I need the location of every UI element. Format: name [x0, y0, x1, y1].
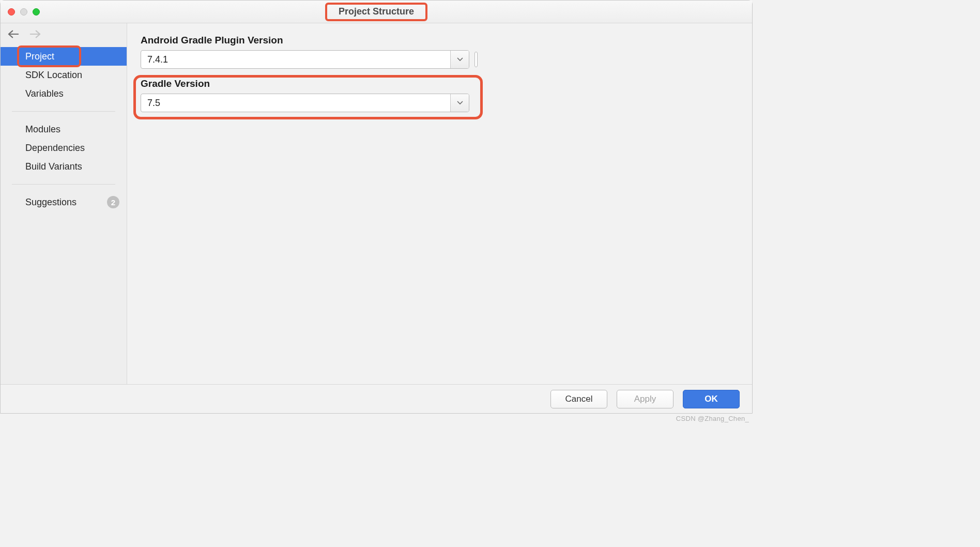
gradle-version-input[interactable]	[141, 94, 450, 112]
dialog-body: Project SDK Location Variables Modules D…	[1, 23, 752, 384]
suggestions-count-badge: 2	[107, 196, 119, 208]
apply-button: Apply	[617, 390, 673, 408]
sidebar-item-modules[interactable]: Modules	[1, 120, 127, 139]
sidebar-item-label: Suggestions	[25, 197, 76, 208]
dialog-footer: Cancel Apply OK	[1, 384, 752, 413]
titlebar: Project Structure	[1, 1, 752, 23]
window-controls	[8, 8, 40, 16]
chevron-down-icon	[457, 57, 463, 62]
nav-history	[1, 23, 127, 43]
agp-version-input[interactable]	[141, 51, 450, 68]
sidebar-separator	[12, 184, 115, 185]
main-panel: Android Gradle Plugin Version Gradle Ver…	[127, 23, 752, 384]
nav-forward-button[interactable]	[29, 28, 41, 40]
sidebar-item-build-variants[interactable]: Build Variants	[1, 157, 127, 176]
chevron-down-icon	[457, 101, 463, 105]
agp-version-field: Android Gradle Plugin Version	[141, 35, 739, 69]
agp-extra-control[interactable]	[474, 52, 478, 67]
arrow-left-icon	[8, 29, 19, 39]
sidebar-separator	[12, 111, 115, 112]
project-structure-dialog: Project Structure Project SDK Location	[0, 0, 753, 414]
ok-button[interactable]: OK	[683, 390, 740, 408]
gradle-version-field: Gradle Version	[141, 78, 739, 112]
sidebar-item-variables[interactable]: Variables	[1, 84, 127, 103]
sidebar-item-label: Dependencies	[25, 143, 85, 154]
agp-version-combo[interactable]	[141, 50, 469, 69]
watermark-text: CSDN @Zhang_Chen_	[676, 415, 749, 422]
gradle-version-combo[interactable]	[141, 94, 469, 112]
window-title: Project Structure	[339, 6, 414, 17]
sidebar-item-sdk-location[interactable]: SDK Location	[1, 66, 127, 84]
sidebar-item-label: SDK Location	[25, 70, 82, 81]
sidebar-item-project[interactable]: Project	[1, 47, 127, 66]
arrow-right-icon	[29, 29, 41, 39]
sidebar-item-dependencies[interactable]: Dependencies	[1, 139, 127, 157]
sidebar-item-label: Build Variants	[25, 161, 82, 172]
agp-version-dropdown-button[interactable]	[450, 51, 469, 68]
sidebar-item-label: Project	[25, 51, 54, 62]
agp-version-label: Android Gradle Plugin Version	[141, 35, 739, 46]
cancel-button[interactable]: Cancel	[550, 390, 607, 408]
sidebar: Project SDK Location Variables Modules D…	[1, 23, 127, 384]
sidebar-list: Project SDK Location Variables Modules D…	[1, 43, 127, 211]
sidebar-item-label: Variables	[25, 88, 64, 99]
nav-back-button[interactable]	[8, 28, 19, 40]
sidebar-item-suggestions[interactable]: Suggestions 2	[1, 193, 127, 211]
close-window-button[interactable]	[8, 8, 15, 16]
minimize-window-button[interactable]	[20, 8, 27, 16]
sidebar-item-label: Modules	[25, 124, 60, 135]
maximize-window-button[interactable]	[33, 8, 40, 16]
gradle-version-dropdown-button[interactable]	[450, 94, 469, 112]
gradle-version-label: Gradle Version	[141, 78, 739, 89]
